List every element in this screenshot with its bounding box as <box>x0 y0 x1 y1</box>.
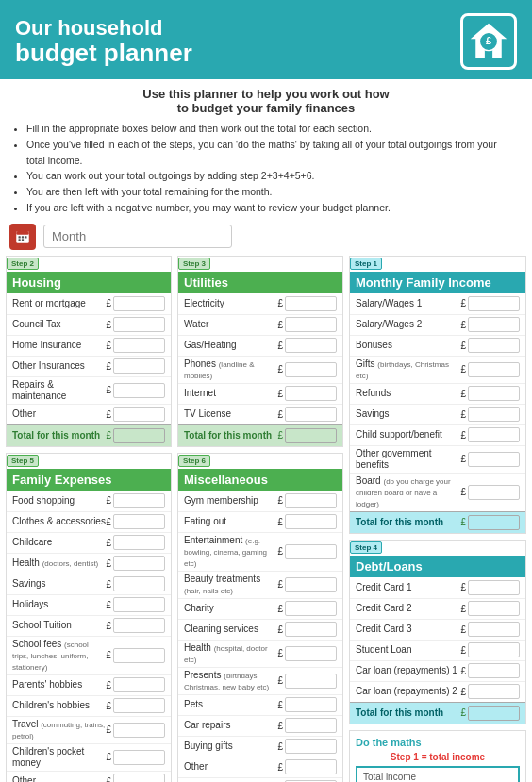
table-row: Repairs & maintenance £ <box>7 376 171 404</box>
row-input[interactable] <box>113 618 165 633</box>
row-input[interactable] <box>113 338 165 353</box>
table-row: Credit Card 2 £ <box>350 598 525 619</box>
table-row: Bonuses £ <box>350 335 525 356</box>
step1-total-input[interactable] <box>468 515 520 530</box>
step1-title: Monthly Family Income <box>350 272 525 293</box>
table-row: Salary/Wages 2 £ <box>350 314 525 335</box>
row-input[interactable] <box>468 485 520 500</box>
row-input[interactable] <box>468 317 520 332</box>
step5-title: Family Expenses <box>7 469 171 491</box>
row-input[interactable] <box>468 296 520 311</box>
row-input[interactable] <box>468 601 520 616</box>
step5-rows: Food shopping £ Clothes & accessories £ … <box>7 491 171 782</box>
row-label: Pets <box>184 699 277 710</box>
step5-badge: Step 5 <box>7 455 39 467</box>
row-input[interactable] <box>113 358 165 374</box>
row-input[interactable] <box>468 362 520 377</box>
pound-symbol: £ <box>106 650 111 660</box>
pound-symbol: £ <box>277 648 283 658</box>
row-input[interactable] <box>113 576 165 591</box>
row-input[interactable] <box>468 386 520 401</box>
row-label: Bonuses <box>356 340 460 351</box>
row-input[interactable] <box>285 514 337 529</box>
row-input[interactable] <box>113 648 165 663</box>
row-input[interactable] <box>285 296 337 311</box>
row-input[interactable] <box>285 718 337 733</box>
row-input[interactable] <box>113 556 165 571</box>
row-input[interactable] <box>113 535 165 550</box>
step5-step6-row: Step 5 Family Expenses Food shopping £ C… <box>6 453 343 782</box>
pound-symbol: £ <box>460 341 466 351</box>
table-row: Health (hospital, doctor etc) £ <box>178 640 342 667</box>
row-input[interactable] <box>285 674 337 689</box>
row-input[interactable] <box>113 514 165 529</box>
row-input[interactable] <box>285 338 337 353</box>
pound-symbol: £ <box>277 320 283 330</box>
row-input[interactable] <box>468 407 520 422</box>
row-input[interactable] <box>285 622 337 637</box>
table-row: Childcare £ <box>7 532 171 553</box>
table-row: Savings £ <box>350 404 525 424</box>
row-label: Food shopping <box>12 495 106 507</box>
table-row: Child support/benefit £ <box>350 424 525 445</box>
row-input[interactable] <box>113 296 165 311</box>
row-input[interactable] <box>285 493 337 508</box>
row-label: Gas/Heating <box>184 340 277 351</box>
row-input[interactable] <box>113 597 165 612</box>
row-input[interactable] <box>468 338 520 353</box>
row-input[interactable] <box>285 317 337 332</box>
row-input[interactable] <box>113 723 165 738</box>
row-input[interactable] <box>113 383 165 398</box>
row-input[interactable] <box>468 452 520 467</box>
step1-income: Step 1 Monthly Family Income Salary/Wage… <box>349 256 526 534</box>
step2-total-input[interactable] <box>113 428 165 443</box>
row-input[interactable] <box>285 362 337 377</box>
row-input[interactable] <box>113 493 165 508</box>
row-label: Other government benefits <box>356 448 460 471</box>
step4-rows: Credit Card 1 £ Credit Card 2 £ Credit C… <box>350 577 525 702</box>
step2-rows: Rent or mortgage £ Council Tax £ Home In… <box>7 293 171 424</box>
row-input[interactable] <box>285 739 337 754</box>
row-label: Student Loan <box>356 644 460 656</box>
row-input[interactable] <box>285 577 337 592</box>
row-input[interactable] <box>113 317 165 332</box>
step1-badge: Step 1 <box>350 258 382 270</box>
row-input[interactable] <box>285 697 337 712</box>
pound-symbol: £ <box>460 487 466 497</box>
table-row: Gas/Heating £ <box>178 335 342 356</box>
step3-total-input[interactable] <box>285 428 337 443</box>
row-input[interactable] <box>468 684 520 699</box>
row-label: Other <box>12 408 106 420</box>
table-row: Presents (birthdays, Christmas, new baby… <box>178 667 342 694</box>
row-input[interactable] <box>285 386 337 401</box>
row-input[interactable] <box>113 750 165 765</box>
pound-symbol: £ <box>460 409 466 420</box>
row-input[interactable] <box>468 580 520 595</box>
row-input[interactable] <box>113 774 165 782</box>
intro-bold2: to budget your family finances <box>15 101 517 115</box>
step3-total-pound: £ <box>277 430 283 441</box>
step4-total-input[interactable] <box>468 706 520 721</box>
row-input[interactable] <box>468 622 520 637</box>
table-row: Buying gifts £ <box>178 736 342 757</box>
row-label: Other Insurances <box>12 360 106 372</box>
pound-symbol: £ <box>460 687 466 697</box>
row-input[interactable] <box>285 407 337 422</box>
row-input[interactable] <box>113 698 165 713</box>
row-input[interactable] <box>468 663 520 678</box>
row-input[interactable] <box>468 427 520 442</box>
table-row: Phones (landline & mobiles) £ <box>178 356 342 383</box>
row-input[interactable] <box>285 544 337 559</box>
table-row: Holidays £ <box>7 594 171 615</box>
row-label: Health (doctors, dentist) <box>12 557 106 569</box>
row-input[interactable] <box>468 642 520 657</box>
month-input[interactable] <box>43 225 232 248</box>
pound-symbol: £ <box>277 298 283 308</box>
pound-symbol: £ <box>277 389 283 399</box>
row-input[interactable] <box>113 677 165 692</box>
row-input[interactable] <box>113 407 165 422</box>
row-input[interactable] <box>285 759 337 774</box>
row-input[interactable] <box>285 646 337 661</box>
row-input[interactable] <box>285 601 337 616</box>
pound-symbol: £ <box>460 320 466 330</box>
